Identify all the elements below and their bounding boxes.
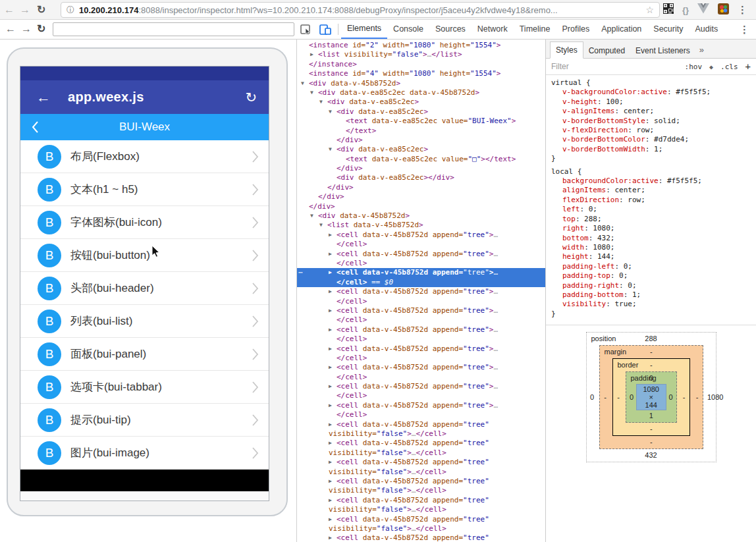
elements-tree-node[interactable]: ▼<div data-v-45b8752d> (297, 79, 545, 88)
app-refresh-icon[interactable]: ↻ (245, 90, 257, 105)
css-property[interactable]: padding-bottom: 1; (551, 290, 756, 300)
devtools-tab-timeline[interactable]: Timeline (514, 20, 556, 39)
elements-tree-node[interactable]: <instance id="4" width="1080" height="15… (297, 69, 545, 78)
toggle-class-button[interactable]: .cls (720, 63, 738, 71)
list-item[interactable]: B面板(bui-panel) (20, 338, 269, 371)
inspect-element-icon[interactable] (300, 24, 311, 35)
elements-tree-node[interactable]: ▼<div data-v-ea85c2ec> (297, 145, 545, 154)
expand-arrow-icon[interactable]: ▶ (329, 287, 337, 296)
elements-tree-node[interactable]: ▶<cell data-v-45b8752d append="tree" (297, 533, 545, 542)
devtools-tab-profiles[interactable]: Profiles (556, 20, 595, 39)
padding-right-value[interactable]: 0 (666, 393, 675, 401)
collapse-arrow-icon[interactable]: ▼ (310, 211, 318, 221)
json-braces-extension-icon[interactable]: {} (682, 5, 689, 15)
css-property[interactable]: left: 0; (551, 205, 756, 214)
position-left-value[interactable]: 0 (588, 393, 597, 401)
css-property[interactable]: width: 1080; (551, 243, 756, 252)
address-bar[interactable]: ⓘ 10.200.210.174:8088/inspector/inspecto… (61, 2, 660, 18)
elements-tree-node[interactable]: ▶<cell data-v-45b8752d append="tree">… (297, 363, 545, 372)
devtools-tab-elements[interactable]: Elements (341, 20, 387, 39)
elements-tree-node[interactable]: ▶<cell data-v-45b8752d append="tree">… (297, 287, 545, 296)
border-top-value[interactable]: - (650, 361, 653, 369)
elements-tree-node[interactable]: </cell> (297, 410, 545, 420)
elements-tree-node[interactable]: ▶<cell data-v-45b8752d append="tree" (297, 477, 545, 486)
elements-tree-node[interactable]: ▶<cell data-v-45b8752d append="tree" (297, 458, 545, 467)
elements-tree-node[interactable]: </cell> (297, 259, 545, 268)
element-state-diamond-icon[interactable]: ◆ (709, 63, 713, 70)
node-options-dots-icon[interactable]: ⋯ (298, 268, 303, 277)
css-selector[interactable]: virtual { (551, 78, 756, 88)
position-right-value[interactable]: 1080 (706, 393, 715, 401)
colorful-extension-icon[interactable] (718, 3, 729, 17)
sidebar-tab-styles[interactable]: Styles (550, 41, 583, 59)
expand-arrow-icon[interactable]: ▶ (329, 533, 337, 542)
css-property[interactable]: v-borderBottomStyle: solid; (551, 117, 756, 126)
elements-tree-node[interactable]: visibility="false">…</cell> (297, 448, 545, 458)
elements-tree-node[interactable]: visibility="false">…</cell> (297, 505, 545, 514)
position-top-value[interactable]: 288 (645, 335, 657, 342)
elements-tree-node[interactable]: ▼<list data-v-45b8752d> (297, 221, 545, 230)
browser-menu-icon[interactable]: ⋮ (738, 4, 747, 16)
devtools-tab-application[interactable]: Application (595, 20, 647, 39)
css-property[interactable]: bottom: 432; (551, 234, 756, 243)
css-property[interactable]: padding-left: 0; (551, 262, 756, 271)
browser-reload-icon[interactable]: ↻ (37, 3, 45, 17)
css-property[interactable]: right: 1080; (551, 224, 756, 233)
devtools-tab-network[interactable]: Network (472, 20, 514, 39)
list-item[interactable]: B列表(bui-list) (20, 305, 269, 338)
elements-tree-node[interactable]: <text data-v-ea85c2ec value="BUI-Weex"> (297, 117, 545, 126)
expand-arrow-icon[interactable]: ▶ (329, 439, 337, 448)
elements-tree-node[interactable]: ▼<div data-v-ea85c2ec> (297, 107, 545, 117)
expand-arrow-icon[interactable]: ▶ (310, 50, 318, 59)
elements-tree-node[interactable]: ▶<cell data-v-45b8752d append="tree">… (297, 306, 545, 315)
expand-arrow-icon[interactable]: ▶ (329, 382, 337, 391)
box-model-border[interactable]: border- - padding0 0 1080 × 144 (612, 358, 690, 436)
expand-arrow-icon[interactable]: ▶ (329, 306, 337, 315)
collapse-arrow-icon[interactable]: ▼ (301, 79, 309, 88)
elements-tree-node[interactable]: <text data-v-ea85c2ec value="□"></text> (297, 155, 545, 164)
elements-tree-node[interactable]: ▶<cell data-v-45b8752d append="tree">… (297, 250, 545, 259)
elements-tree-node[interactable]: visibility="false">…</cell> (297, 468, 545, 477)
bui-back-chevron-icon[interactable] (31, 121, 39, 136)
css-property[interactable]: v-borderBottomWidth: 1; (551, 145, 756, 154)
elements-tree-node[interactable]: ▼<div data-v-ea85c2ec> (297, 97, 545, 107)
elements-tree-node[interactable]: ▶<cell data-v-45b8752d append="tree">… (297, 230, 545, 240)
collapse-arrow-icon[interactable]: ▼ (319, 221, 327, 230)
elements-tree-panel[interactable]: <instance id="2" width="1080" height="15… (297, 40, 545, 542)
elements-tree-node[interactable]: </cell> (297, 240, 545, 249)
list-item[interactable]: B字体图标(bui-icon) (20, 206, 269, 239)
elements-tree-node[interactable]: </cell> (297, 391, 545, 400)
box-model-diagram[interactable]: position288 0 margin- - border- - (586, 332, 716, 462)
expand-arrow-icon[interactable]: ▶ (329, 363, 337, 372)
css-property[interactable]: height: 144; (551, 252, 756, 261)
elements-tree-node[interactable]: ▶<cell data-v-45b8752d append="tree" (297, 439, 545, 448)
expand-arrow-icon[interactable]: ▶ (329, 401, 337, 410)
elements-tree-node[interactable]: ▶<cell data-v-45b8752d append="tree">… (297, 325, 545, 335)
cast-address-input[interactable] (53, 22, 294, 36)
sidebar-more-tabs-icon[interactable]: » (695, 41, 708, 58)
css-property[interactable]: v-backgroundColor:active: #f5f5f5; (551, 88, 756, 97)
cast-reload-icon[interactable]: ↻ (37, 22, 45, 36)
elements-tree-node[interactable]: <div data-v-ea85c2ec></div> (297, 173, 545, 182)
box-model-padding[interactable]: padding0 0 1080 × 144 0 1 (626, 371, 677, 423)
elements-tree-node-selected[interactable]: ⋯▶<cell data-v-45b8752d append="tree">… (297, 268, 545, 277)
expand-arrow-icon[interactable]: ▶ (329, 268, 337, 277)
expand-arrow-icon[interactable]: ▶ (329, 515, 337, 524)
elements-tree-node[interactable]: </text> (297, 126, 545, 136)
elements-tree-node[interactable]: </div> (297, 202, 545, 211)
elements-tree-node[interactable]: </div> (297, 183, 545, 192)
cast-forward-icon[interactable]: → (21, 22, 32, 36)
border-bottom-value[interactable]: - (650, 425, 653, 433)
expand-arrow-icon[interactable]: ▶ (329, 420, 337, 429)
elements-tree-node[interactable]: ▶<cell data-v-45b8752d append="tree" (297, 496, 545, 505)
bookmark-star-icon[interactable]: ☆ (645, 5, 654, 15)
elements-tree-node[interactable]: </div> (297, 164, 545, 173)
collapse-arrow-icon[interactable]: ▼ (310, 88, 318, 97)
expand-arrow-icon[interactable]: ▶ (329, 344, 337, 354)
elements-tree-node[interactable]: </cell> (297, 373, 545, 382)
position-bottom-value[interactable]: 432 (645, 451, 657, 459)
new-style-rule-button[interactable]: + (745, 61, 751, 72)
expand-arrow-icon[interactable]: ▶ (329, 458, 337, 467)
elements-tree-node[interactable]: ▼<div data-v-ea85c2ec data-v-45b8752d> (297, 88, 545, 97)
css-property[interactable]: top: 288; (551, 215, 756, 224)
